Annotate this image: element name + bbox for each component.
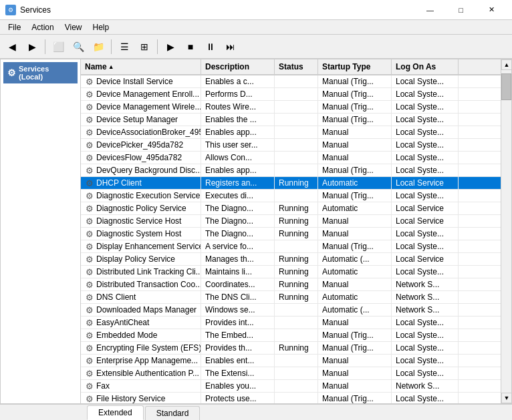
menu-help[interactable]: Help bbox=[88, 21, 115, 33]
service-icon: ⚙ bbox=[85, 216, 94, 226]
cell-description: Routes Wire... bbox=[201, 101, 275, 113]
col-startup[interactable]: Startup Type bbox=[318, 59, 392, 74]
cell-status bbox=[275, 317, 318, 329]
menu-view[interactable]: View bbox=[59, 21, 88, 33]
tb-forward[interactable]: ▶ bbox=[23, 37, 41, 56]
tb-search-btn[interactable]: 🔍 bbox=[69, 37, 88, 56]
cell-name: ⚙ Display Policy Service bbox=[81, 253, 201, 265]
table-row[interactable]: ⚙ Diagnostic Execution Service Executes … bbox=[81, 190, 501, 202]
cell-startup: Automatic bbox=[318, 202, 392, 214]
cell-startup: Manual bbox=[318, 126, 392, 138]
table-row[interactable]: ⚙ Display Enhancement Service A service … bbox=[81, 240, 501, 253]
tb-up[interactable]: ⬜ bbox=[49, 37, 68, 56]
cell-status bbox=[275, 367, 318, 379]
scroll-thumb[interactable] bbox=[501, 73, 511, 100]
service-icon: ⚙ bbox=[85, 331, 94, 340]
table-row[interactable]: ⚙ Device Install Service Enables a c... … bbox=[81, 75, 501, 88]
service-icon: ⚙ bbox=[85, 140, 94, 150]
tab-standard[interactable]: Standard bbox=[145, 406, 201, 420]
col-status[interactable]: Status bbox=[275, 59, 318, 74]
tb-stop[interactable]: ■ bbox=[181, 37, 200, 56]
scroll-up[interactable]: ▲ bbox=[501, 59, 512, 70]
table-row[interactable]: ⚙ Fax Enables you... Manual Network S... bbox=[81, 380, 501, 393]
close-button[interactable]: ✕ bbox=[477, 0, 507, 20]
table-row[interactable]: ⚙ DevQuery Background Disc... Enables ap… bbox=[81, 164, 501, 177]
window-title: Services bbox=[20, 5, 51, 15]
cell-startup: Automatic bbox=[318, 291, 392, 303]
cell-description: Executes di... bbox=[201, 190, 275, 202]
table-row[interactable]: ⚙ Distributed Link Tracking Cli... Maint… bbox=[81, 266, 501, 278]
tb-sep2 bbox=[111, 39, 112, 54]
cell-status bbox=[275, 164, 318, 176]
cell-logon: Local Syste... bbox=[392, 228, 459, 240]
maximize-button[interactable]: □ bbox=[446, 0, 476, 20]
col-logon[interactable]: Log On As bbox=[392, 59, 459, 74]
col-name[interactable]: Name ▲ bbox=[81, 59, 201, 74]
tb-view1[interactable]: ☰ bbox=[115, 37, 134, 56]
table-row[interactable]: ⚙ Downloaded Maps Manager Windows se... … bbox=[81, 304, 501, 317]
tb-back[interactable]: ◀ bbox=[3, 37, 21, 56]
table-row[interactable]: ⚙ Diagnostic Policy Service The Diagno..… bbox=[81, 202, 501, 215]
col-description[interactable]: Description bbox=[201, 59, 275, 74]
service-icon: ⚙ bbox=[85, 318, 94, 327]
table-row[interactable]: ⚙ DevicePicker_495da782 This user ser...… bbox=[81, 139, 501, 152]
table-row[interactable]: ⚙ Extensible Authentication P... The Ext… bbox=[81, 367, 501, 380]
table-row[interactable]: ⚙ File History Service Protects use... M… bbox=[81, 393, 501, 403]
right-scrollbar[interactable]: ▲ ▼ bbox=[501, 59, 511, 403]
tb-view2[interactable]: ⊞ bbox=[135, 37, 154, 56]
cell-startup: Manual bbox=[318, 355, 392, 367]
cell-name: ⚙ Fax bbox=[81, 380, 201, 392]
cell-name: ⚙ Device Management Enroll... bbox=[81, 88, 201, 100]
tab-extended[interactable]: Extended bbox=[87, 405, 144, 420]
table-row[interactable]: ⚙ Device Management Enroll... Performs D… bbox=[81, 88, 501, 101]
cell-name: ⚙ DeviceAssociationBroker_495... bbox=[81, 126, 201, 138]
scroll-down[interactable]: ▼ bbox=[501, 393, 512, 403]
cell-logon: Local Service bbox=[392, 202, 459, 214]
window-icon: ⚙ bbox=[5, 5, 16, 15]
table-row[interactable]: ⚙ Distributed Transaction Coo... Coordin… bbox=[81, 278, 501, 291]
cell-startup: Automatic (... bbox=[318, 304, 392, 316]
table-row[interactable]: ⚙ Display Policy Service Manages th... R… bbox=[81, 253, 501, 266]
panel-icon: ⚙ bbox=[7, 67, 16, 78]
table-row[interactable]: ⚙ DevicesFlow_495da782 Allows Con... Man… bbox=[81, 152, 501, 164]
cell-name: ⚙ Distributed Link Tracking Cli... bbox=[81, 266, 201, 278]
cell-startup: Manual (Trig... bbox=[318, 240, 392, 252]
service-icon: ⚙ bbox=[85, 191, 94, 200]
services-panel: Name ▲ Description Status Startup Type L… bbox=[81, 59, 501, 403]
cell-logon: Local Syste... bbox=[392, 75, 459, 87]
cell-logon: Local Syste... bbox=[392, 367, 459, 379]
cell-startup: Manual bbox=[318, 152, 392, 164]
cell-status bbox=[275, 380, 318, 392]
table-row[interactable]: ⚙ EasyAntiCheat Provides int... Manual L… bbox=[81, 317, 501, 329]
table-row[interactable]: ⚙ Diagnostic Service Host The Diagno... … bbox=[81, 215, 501, 228]
cell-logon: Network S... bbox=[392, 278, 459, 290]
cell-name: ⚙ Distributed Transaction Coo... bbox=[81, 278, 201, 290]
table-row[interactable]: ⚙ DNS Client The DNS Cli... Running Auto… bbox=[81, 291, 501, 304]
cell-status bbox=[275, 101, 318, 113]
tb-sep3 bbox=[157, 39, 158, 54]
table-row[interactable]: ⚙ Diagnostic System Host The Diagno... R… bbox=[81, 228, 501, 240]
tb-restart[interactable]: ⏭ bbox=[221, 37, 240, 56]
tb-pause[interactable]: ⏸ bbox=[201, 37, 220, 56]
cell-logon: Local Syste... bbox=[392, 164, 459, 176]
service-icon: ⚙ bbox=[85, 178, 94, 188]
table-row[interactable]: ⚙ DHCP Client Registers an... Running Au… bbox=[81, 177, 501, 190]
table-row[interactable]: ⚙ Encrypting File System (EFS) Provides … bbox=[81, 342, 501, 355]
cell-status bbox=[275, 152, 318, 164]
minimize-button[interactable]: — bbox=[415, 0, 445, 20]
cell-name: ⚙ DevicesFlow_495da782 bbox=[81, 152, 201, 164]
tb-play[interactable]: ▶ bbox=[161, 37, 180, 56]
table-row[interactable]: ⚙ Device Management Wirele... Routes Wir… bbox=[81, 101, 501, 114]
menu-file[interactable]: File bbox=[3, 21, 26, 33]
menu-action[interactable]: Action bbox=[26, 21, 59, 33]
scroll-track[interactable] bbox=[501, 70, 511, 393]
table-row[interactable]: ⚙ DeviceAssociationBroker_495... Enables… bbox=[81, 126, 501, 139]
service-icon: ⚙ bbox=[85, 204, 94, 213]
main-container: ⚙ Services (Local) Name ▲ Description St… bbox=[0, 59, 512, 404]
table-row[interactable]: ⚙ Embedded Mode The Embed... Manual (Tri… bbox=[81, 329, 501, 342]
table-row[interactable]: ⚙ Device Setup Manager Enables the ... M… bbox=[81, 114, 501, 126]
table-body[interactable]: ⚙ Device Install Service Enables a c... … bbox=[81, 75, 501, 403]
cell-status: Running bbox=[275, 215, 318, 227]
table-row[interactable]: ⚙ Enterprise App Manageme... Enables ent… bbox=[81, 355, 501, 367]
tb-folders[interactable]: 📁 bbox=[89, 37, 108, 56]
